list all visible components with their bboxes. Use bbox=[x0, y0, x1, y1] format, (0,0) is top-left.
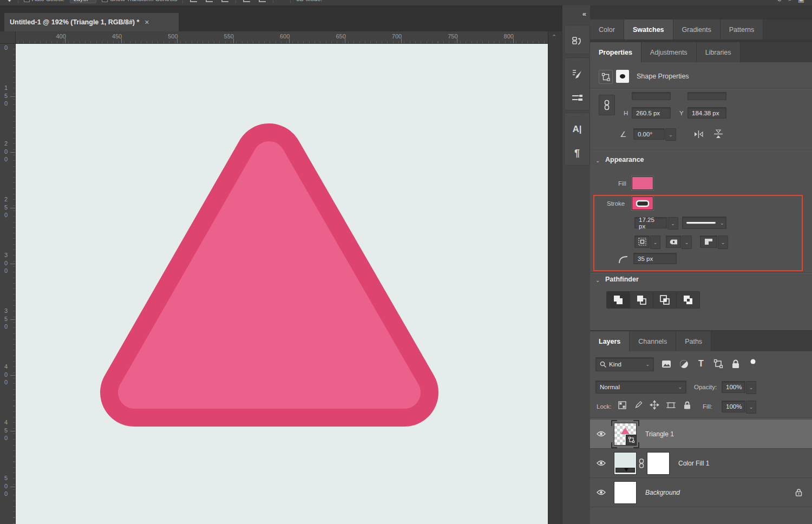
filter-type-layers-icon[interactable]: T bbox=[694, 359, 708, 369]
horizontal-ruler[interactable]: 350400450500550600650700750800 bbox=[15, 31, 548, 44]
layer-name[interactable]: Background bbox=[645, 489, 680, 496]
visibility-eye-icon[interactable] bbox=[595, 489, 606, 495]
corner-radius-field[interactable]: 35 px bbox=[633, 253, 677, 264]
show-transform-checkbox[interactable]: Show Transform Controls bbox=[102, 0, 177, 2]
tab-adjustments[interactable]: Adjustments bbox=[641, 42, 697, 62]
visibility-eye-icon[interactable] bbox=[595, 431, 606, 437]
stroke-align-dropdown-icon[interactable]: ⌄ bbox=[650, 235, 660, 249]
flip-vertical-icon[interactable] bbox=[712, 128, 724, 140]
layer-thumbnail-background[interactable] bbox=[614, 481, 637, 504]
align-right-icon[interactable] bbox=[221, 0, 228, 2]
stroke-cap-option[interactable] bbox=[666, 235, 681, 248]
pathfinder-unite-button[interactable] bbox=[606, 291, 630, 309]
visibility-eye-icon[interactable] bbox=[595, 460, 606, 466]
close-tab-icon[interactable]: × bbox=[145, 18, 149, 27]
tab-swatches[interactable]: Swatches bbox=[624, 19, 673, 40]
tab-color[interactable]: Color bbox=[590, 19, 624, 40]
angle-dropdown-icon[interactable]: ⌄ bbox=[665, 128, 676, 141]
layer-thumbnail-triangle[interactable] bbox=[614, 423, 637, 446]
stroke-style-dropdown[interactable]: ⌄ bbox=[682, 217, 726, 229]
collapse-dock-icon[interactable]: « bbox=[582, 10, 586, 18]
drag-handle[interactable]: ····· bbox=[565, 25, 590, 30]
height-field[interactable]: 260.5 px bbox=[632, 107, 671, 119]
filter-smart-objects-icon[interactable] bbox=[729, 359, 743, 369]
tab-channels[interactable]: Channels bbox=[630, 331, 676, 351]
layer-filter-dropdown[interactable]: Kind ⌄ bbox=[595, 357, 654, 371]
stroke-width-field[interactable]: 17.25 px bbox=[634, 217, 667, 228]
auto-select-checkbox[interactable]: Auto-Select: bbox=[24, 0, 64, 2]
stroke-width-dropdown-icon[interactable]: ⌄ bbox=[667, 217, 678, 230]
character-panel-icon[interactable]: A| bbox=[565, 117, 590, 141]
filter-toggle-pin-icon[interactable] bbox=[746, 359, 760, 369]
lock-pixels-icon[interactable] bbox=[632, 401, 644, 409]
drag-handle[interactable]: ····· bbox=[565, 113, 590, 117]
transform-properties-icon[interactable] bbox=[599, 70, 613, 84]
align-center-icon[interactable] bbox=[206, 0, 213, 2]
layer-thumbnail-color-fill[interactable] bbox=[614, 452, 637, 475]
layer-name[interactable]: Triangle 1 bbox=[645, 430, 674, 438]
tab-properties[interactable]: Properties bbox=[590, 42, 641, 62]
lock-all-icon[interactable] bbox=[681, 401, 693, 409]
more-options-button[interactable]: ··· bbox=[279, 0, 285, 2]
drag-handle[interactable]: ····· bbox=[565, 58, 590, 62]
document-tab[interactable]: Untitled-1 @ 192% (Triangle 1, RGB/8#) *… bbox=[4, 13, 179, 31]
opacity-field[interactable]: 100% bbox=[722, 381, 745, 393]
filter-adjustment-layers-icon[interactable] bbox=[677, 359, 691, 369]
tab-layers[interactable]: Layers bbox=[590, 331, 630, 351]
link-dimensions-icon[interactable] bbox=[599, 95, 615, 115]
zoom-tool-icon[interactable]: ⌕ bbox=[788, 0, 792, 3]
blend-mode-dropdown[interactable]: Normal ⌄ bbox=[595, 381, 686, 394]
align-left-icon[interactable] bbox=[190, 0, 197, 2]
layer-row-background[interactable]: Background bbox=[590, 478, 812, 507]
pathfinder-subtract-button[interactable] bbox=[630, 291, 653, 309]
lock-position-icon[interactable] bbox=[649, 401, 660, 409]
lock-transparency-icon[interactable] bbox=[616, 401, 628, 409]
mask-properties-icon[interactable] bbox=[616, 70, 629, 83]
distribute-icons2[interactable] bbox=[259, 0, 266, 2]
tab-libraries[interactable]: Libraries bbox=[697, 42, 741, 62]
layer-row-color-fill[interactable]: Color Fill 1 bbox=[590, 449, 812, 478]
layer-fill-dropdown-icon[interactable]: ⌄ bbox=[746, 401, 756, 414]
stroke-align-option[interactable] bbox=[634, 235, 650, 248]
stroke-cap-dropdown-icon[interactable]: ⌄ bbox=[682, 235, 692, 249]
tab-patterns[interactable]: Patterns bbox=[721, 19, 764, 40]
x-field[interactable] bbox=[687, 92, 726, 100]
layer-row-triangle[interactable]: Triangle 1 bbox=[590, 420, 812, 449]
mask-link-icon[interactable] bbox=[639, 458, 644, 468]
layer-mask-thumbnail[interactable] bbox=[647, 452, 670, 475]
flip-horizontal-icon[interactable] bbox=[693, 129, 705, 139]
layer-fill-field[interactable]: 100% bbox=[722, 401, 745, 412]
fill-color-swatch[interactable] bbox=[632, 176, 653, 190]
rotate-view-icon[interactable]: ⟳ bbox=[777, 0, 783, 3]
width-field[interactable] bbox=[632, 92, 671, 100]
brush-settings-panel-icon[interactable] bbox=[565, 62, 590, 86]
history-panel-icon[interactable] bbox=[565, 30, 590, 54]
canvas[interactable] bbox=[15, 43, 548, 524]
filter-shape-layers-icon[interactable] bbox=[711, 359, 725, 369]
brushes-panel-icon[interactable] bbox=[565, 86, 590, 110]
rotation-angle-field[interactable]: 0.00° bbox=[633, 128, 665, 140]
pathfinder-collapse-icon[interactable]: ⌄ bbox=[595, 277, 600, 283]
tab-paths[interactable]: Paths bbox=[676, 331, 711, 351]
paragraph-panel-icon[interactable]: ¶ bbox=[565, 141, 590, 165]
stroke-color-swatch[interactable] bbox=[632, 196, 653, 210]
workspace-icon[interactable]: ▣ bbox=[798, 0, 804, 3]
y-position-field[interactable]: 184.38 px bbox=[687, 107, 726, 119]
pathfinder-exclude-button[interactable] bbox=[676, 291, 700, 309]
opacity-dropdown-icon[interactable]: ⌄ bbox=[746, 381, 756, 394]
layer-name[interactable]: Color Fill 1 bbox=[678, 460, 709, 467]
pathfinder-intersect-button[interactable] bbox=[653, 291, 677, 309]
vertical-ruler[interactable]: 100150200250300350400450500 bbox=[0, 43, 16, 524]
appearance-collapse-icon[interactable]: ⌄ bbox=[595, 158, 600, 163]
stroke-corner-option[interactable] bbox=[700, 235, 717, 248]
triangle-shape[interactable] bbox=[15, 43, 548, 524]
stroke-corner-dropdown-icon[interactable]: ⌄ bbox=[718, 235, 728, 249]
lock-artboard-icon[interactable] bbox=[665, 401, 677, 409]
tab-gradients[interactable]: Gradients bbox=[673, 19, 721, 40]
move-tool-icon[interactable]: ✥ bbox=[6, 0, 12, 3]
filter-pixel-layers-icon[interactable] bbox=[659, 359, 673, 369]
vertical-scrollbar[interactable]: ⌃ bbox=[548, 31, 562, 524]
scroll-up-icon[interactable]: ⌃ bbox=[552, 34, 556, 41]
distribute-icons[interactable] bbox=[243, 0, 250, 2]
auto-select-target-dropdown[interactable]: Layer bbox=[70, 0, 97, 3]
